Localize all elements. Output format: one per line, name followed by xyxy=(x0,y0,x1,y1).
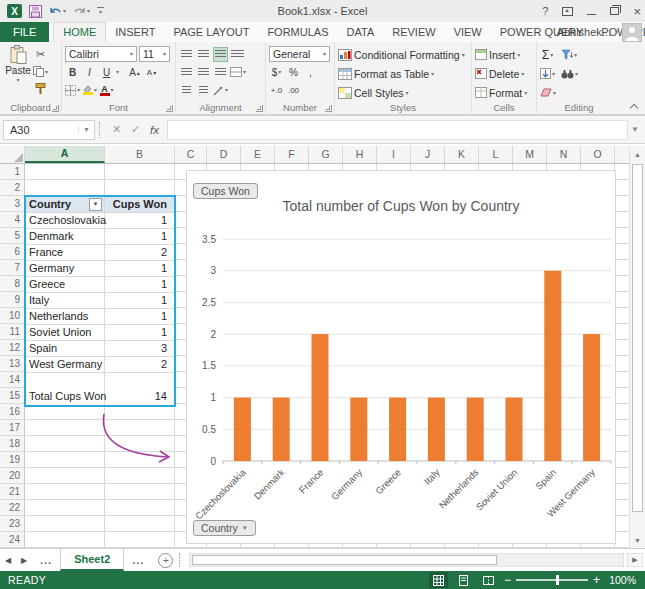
format-button[interactable]: Format xyxy=(489,87,522,99)
chart-bar[interactable] xyxy=(273,398,290,461)
orientation-button[interactable]: ▾ xyxy=(213,83,228,98)
vertical-scrollbar[interactable]: ▲ ▼ xyxy=(629,146,645,548)
fill-button[interactable]: ▾ xyxy=(540,66,555,81)
table-cell-country[interactable]: Soviet Union xyxy=(26,325,105,340)
restore-button[interactable] xyxy=(610,7,619,15)
paste-dropdown-icon[interactable]: ▾ xyxy=(16,77,19,83)
table-cell-country[interactable]: Spain xyxy=(26,341,105,356)
chart-bar[interactable] xyxy=(544,271,561,461)
table-cell-country[interactable]: Germany xyxy=(26,261,105,276)
collapse-ribbon-icon[interactable] xyxy=(631,103,638,110)
row-header-11[interactable]: 11 xyxy=(0,324,25,340)
sheet-tab-sheet2[interactable]: Sheet2 xyxy=(60,549,124,571)
insert-function-button[interactable]: fx xyxy=(145,120,164,140)
column-header-m[interactable]: M xyxy=(513,146,547,163)
merge-center-button[interactable]: ▾ xyxy=(230,65,246,80)
table-cell-cups[interactable]: 1 xyxy=(105,229,172,244)
number-format-combo[interactable]: General▾ xyxy=(269,46,330,62)
table-cell-cups[interactable]: 1 xyxy=(105,309,172,324)
zoom-slider-thumb[interactable] xyxy=(556,575,559,585)
align-left-button[interactable] xyxy=(179,65,194,80)
zoom-out-button[interactable]: − xyxy=(504,574,511,586)
table-cell-cups[interactable]: 1 xyxy=(105,261,172,276)
sort-filter-button[interactable]: ▾ xyxy=(561,47,577,62)
sheet-overflow-right[interactable]: ... xyxy=(124,554,152,566)
column-header-o[interactable]: O xyxy=(581,146,615,163)
pivot-chart[interactable]: 00.511.522.533.5CzechoslovakiaDenmarkFra… xyxy=(186,170,616,544)
scroll-right-icon[interactable]: ▶ xyxy=(627,553,643,567)
excel-app-icon[interactable]: X xyxy=(7,4,22,18)
chart-bar[interactable] xyxy=(234,398,251,461)
comma-style-button[interactable]: , xyxy=(303,65,318,80)
font-color-button[interactable]: A▾ xyxy=(99,83,114,98)
ribbon-tab-home[interactable]: HOME xyxy=(53,22,106,42)
row-header-12[interactable]: 12 xyxy=(0,340,25,356)
table-cell-country[interactable]: Czechoslovakia xyxy=(26,213,105,228)
column-header-h[interactable]: H xyxy=(343,146,377,163)
customize-qat-button[interactable]: ▾ xyxy=(97,7,104,15)
table-cell-cups[interactable]: 3 xyxy=(105,341,172,356)
chart-bar[interactable] xyxy=(350,398,367,461)
formula-bar-expand-icon[interactable]: ▼ xyxy=(628,125,642,134)
row-header-18[interactable]: 18 xyxy=(0,436,25,452)
format-painter-button[interactable] xyxy=(33,81,48,96)
table-cell-empty[interactable] xyxy=(26,373,105,389)
table-cell-country[interactable]: Netherlands xyxy=(26,309,105,324)
row-header-14[interactable]: 14 xyxy=(0,372,25,388)
undo-dropdown-icon[interactable]: ▾ xyxy=(63,8,66,14)
row-header-22[interactable]: 22 xyxy=(0,500,25,516)
clipboard-dialog-launcher[interactable] xyxy=(52,105,59,112)
row-header-19[interactable]: 19 xyxy=(0,452,25,468)
row-header-1[interactable]: 1 xyxy=(0,164,25,180)
ribbon-display-options-button[interactable] xyxy=(562,7,573,16)
table-cell-cups[interactable]: 1 xyxy=(105,277,172,292)
clear-button[interactable]: ▾ xyxy=(540,85,556,100)
column-header-j[interactable]: J xyxy=(411,146,445,163)
normal-view-button[interactable] xyxy=(429,572,448,588)
chart-bar[interactable] xyxy=(506,398,523,461)
font-size-combo[interactable]: 11▾ xyxy=(139,46,170,62)
table-cell-country[interactable]: West Germany xyxy=(26,357,105,372)
ribbon-tab-data[interactable]: DATA xyxy=(338,22,384,42)
cut-button[interactable]: ✂ xyxy=(33,47,48,62)
align-center-button[interactable] xyxy=(196,65,211,80)
select-all-corner[interactable] xyxy=(0,146,25,163)
table-cell-empty[interactable] xyxy=(105,373,172,389)
column-header-e[interactable]: E xyxy=(241,146,275,163)
column-header-g[interactable]: G xyxy=(309,146,343,163)
accounting-format-button[interactable]: $▾ xyxy=(269,65,284,80)
scroll-down-icon[interactable]: ▼ xyxy=(630,532,645,548)
chart-title[interactable]: Total number of Cups Won by Country xyxy=(187,198,615,214)
scroll-up-icon[interactable]: ▲ xyxy=(630,146,645,162)
user-avatar[interactable] xyxy=(622,23,642,42)
font-name-combo[interactable]: Calibri▾ xyxy=(65,46,137,62)
table-total-value[interactable]: 14 xyxy=(105,389,172,405)
table-cell-country[interactable]: Denmark xyxy=(26,229,105,244)
new-sheet-button[interactable]: + xyxy=(158,553,173,568)
chart-bar[interactable] xyxy=(312,334,329,461)
table-cell-cups[interactable]: 1 xyxy=(105,293,172,308)
name-box[interactable]: A30 ▼ xyxy=(3,120,95,140)
column-header-f[interactable]: F xyxy=(275,146,309,163)
row-header-3[interactable]: 3 xyxy=(0,196,25,212)
row-header-6[interactable]: 6 xyxy=(0,244,25,260)
middle-align-button[interactable] xyxy=(196,47,211,62)
tab-scrollbar-splitter[interactable] xyxy=(179,553,183,567)
row-header-8[interactable]: 8 xyxy=(0,276,25,292)
ribbon-tab-file[interactable]: FILE xyxy=(0,22,49,42)
bottom-align-button[interactable] xyxy=(213,47,228,62)
alignment-dialog-launcher[interactable] xyxy=(256,105,263,112)
ribbon-tab-page-layout[interactable]: PAGE LAYOUT xyxy=(164,22,258,42)
wrap-text-button[interactable] xyxy=(230,47,245,62)
vertical-scroll-thumb[interactable] xyxy=(632,164,643,512)
formula-input[interactable] xyxy=(167,120,628,140)
row-header-15[interactable]: 15 xyxy=(0,388,25,404)
column-header-b[interactable]: B xyxy=(105,146,175,163)
sheet-nav-left-icon[interactable]: ◀ xyxy=(0,556,16,565)
horizontal-scroll-thumb[interactable] xyxy=(192,555,497,565)
column-header-c[interactable]: C xyxy=(175,146,207,163)
ribbon-tab-review[interactable]: REVIEW xyxy=(383,22,444,42)
decrease-decimal-button[interactable]: .00 xyxy=(286,83,301,98)
decrease-indent-button[interactable] xyxy=(179,83,194,98)
horizontal-scrollbar[interactable] xyxy=(189,553,624,567)
